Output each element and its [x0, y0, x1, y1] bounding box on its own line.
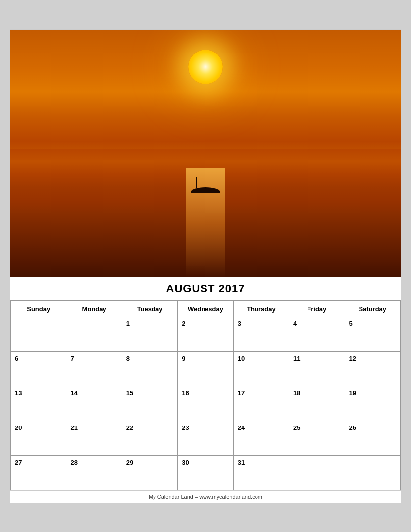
calendar-body: 1234567891011121314151617181920212223242… [11, 317, 401, 490]
calendar-day: 13 [11, 386, 66, 421]
week-row-5: 2728293031 [11, 455, 401, 490]
calendar-day: 17 [233, 386, 289, 421]
calendar-day: 28 [66, 455, 122, 490]
header-saturday: Saturday [345, 301, 400, 317]
calendar-day: 15 [122, 386, 177, 421]
calendar-day: 10 [233, 351, 289, 386]
calendar-day: 4 [289, 317, 345, 351]
header-monday: Monday [66, 301, 122, 317]
calendar-day: 7 [66, 351, 122, 386]
calendar-day: 6 [11, 351, 66, 386]
photo-section [10, 30, 401, 277]
boat-graphic [191, 187, 220, 193]
calendar-day: 18 [289, 386, 345, 421]
calendar-day: 3 [233, 317, 289, 351]
calendar-day: 29 [122, 455, 177, 490]
calendar-grid: Sunday Monday Tuesday Wednesday Thursday… [10, 301, 401, 490]
calendar-day: 14 [66, 386, 122, 421]
calendar-day: 27 [11, 455, 66, 490]
header-sunday: Sunday [11, 301, 66, 317]
calendar-day [66, 317, 122, 351]
calendar-day [345, 455, 400, 490]
calendar-day: 2 [178, 317, 233, 351]
calendar-day: 9 [178, 351, 233, 386]
calendar-footer: My Calendar Land – www.mycalendarland.co… [10, 490, 401, 503]
calendar-day: 20 [11, 421, 66, 455]
days-header-row: Sunday Monday Tuesday Wednesday Thursday… [11, 301, 401, 317]
week-row-1: 12345 [11, 317, 401, 351]
calendar-day: 11 [289, 351, 345, 386]
calendar-day: 12 [345, 351, 400, 386]
calendar-container: AUGUST 2017 Sunday Monday Tuesday Wednes… [10, 29, 401, 503]
calendar-day: 31 [233, 455, 289, 490]
calendar-day: 22 [122, 421, 177, 455]
calendar-day: 23 [178, 421, 233, 455]
sun-graphic [188, 50, 223, 84]
calendar-day: 30 [178, 455, 233, 490]
week-row-3: 13141516171819 [11, 386, 401, 421]
calendar-day: 1 [122, 317, 177, 351]
week-row-2: 6789101112 [11, 351, 401, 386]
calendar-day: 5 [345, 317, 400, 351]
calendar-day: 25 [289, 421, 345, 455]
calendar-day: 8 [122, 351, 177, 386]
sun-reflection [186, 168, 225, 277]
calendar-day: 21 [66, 421, 122, 455]
calendar-day: 19 [345, 386, 400, 421]
header-tuesday: Tuesday [122, 301, 177, 317]
calendar-day [289, 455, 345, 490]
calendar-day [11, 317, 66, 351]
calendar-title: AUGUST 2017 [10, 277, 401, 301]
calendar-day: 26 [345, 421, 400, 455]
header-wednesday: Wednesday [178, 301, 233, 317]
header-friday: Friday [289, 301, 345, 317]
calendar-day: 16 [178, 386, 233, 421]
header-thursday: Thursday [233, 301, 289, 317]
calendar-day: 24 [233, 421, 289, 455]
week-row-4: 20212223242526 [11, 421, 401, 455]
